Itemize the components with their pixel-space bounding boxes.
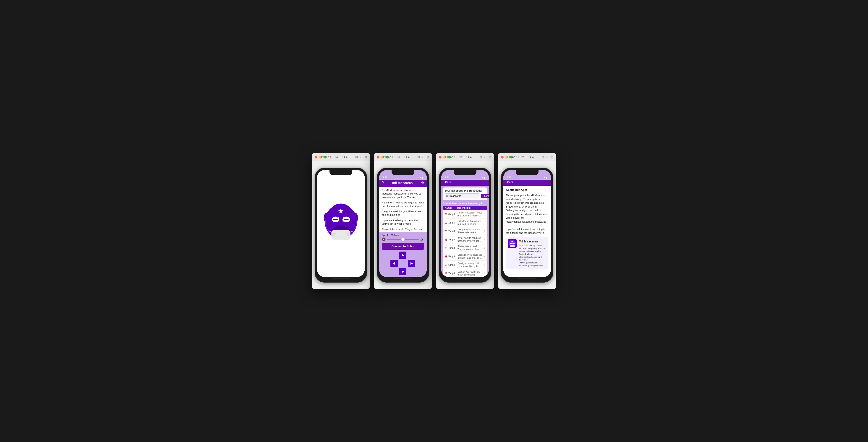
change-button[interactable]: Change	[481, 194, 489, 198]
drag-handle-7[interactable]: ≡	[484, 272, 485, 275]
connect-button[interactable]: Connect to Robot	[382, 243, 424, 250]
titlebar-icons-1: ⊡ ⌂ ⊞	[355, 155, 367, 159]
window-content-3: 4:51 ▾ ▮ ‹ Back Your	[436, 161, 494, 289]
app-header: ? mil-mascaras ⚙	[379, 180, 427, 187]
filedesc-4: Please take a mask. They're free and the…	[458, 245, 484, 251]
camera-icon-1[interactable]: ⊡	[355, 155, 358, 159]
home-icon-2[interactable]: ⌂	[422, 155, 424, 159]
drag-handle-3[interactable]: ≡	[484, 238, 485, 241]
files-header: ‹ Back	[441, 180, 489, 186]
home-bar-1	[332, 279, 350, 279]
settings-icon[interactable]: ⚙	[421, 181, 424, 185]
camera-icon-2[interactable]: ⊡	[417, 155, 420, 159]
drag-handle-4[interactable]: ≡	[484, 246, 485, 250]
back-chevron-3: ‹	[444, 181, 445, 184]
drag-handle-6[interactable]: ≡	[484, 263, 485, 266]
iphone-frame-1	[315, 168, 367, 283]
about-card-social: Twitter: @gallaugher · YouTube: @profgal…	[519, 261, 547, 267]
rotate-icon-2[interactable]: ⊞	[427, 155, 429, 159]
notch-3	[454, 170, 476, 176]
remove-btn-2[interactable]: ⊖	[445, 229, 447, 233]
dpad-left-button[interactable]	[391, 260, 398, 267]
hostname-row: Change	[445, 193, 485, 198]
rotate-icon-4[interactable]: ⊞	[551, 155, 553, 159]
home-icon-1[interactable]: ⌂	[360, 155, 362, 159]
remove-btn-1[interactable]: ⊖	[445, 221, 447, 224]
drag-handle-0[interactable]: ≡	[484, 212, 485, 216]
back-button-4[interactable]: ‹ Back	[506, 181, 514, 184]
filename-1: 1.mp3	[448, 221, 458, 224]
help-icon[interactable]: ?	[382, 181, 384, 185]
dpad-up-button[interactable]	[399, 252, 406, 259]
about-card-guide: Guide & Info at:	[519, 253, 547, 256]
chat-message-3: If you want to hang out here, then you'v…	[382, 219, 424, 226]
time-2: 4:51	[383, 176, 387, 179]
home-icon-3[interactable]: ⌂	[485, 155, 486, 159]
notch-2	[392, 170, 414, 176]
camera-icon-3[interactable]: ⊡	[479, 155, 482, 159]
logo-screen	[317, 170, 365, 277]
dpad-right-button[interactable]	[408, 260, 415, 267]
filedesc-5: Looks like you could use a mask. Take on…	[458, 253, 484, 259]
wifi-icon-4: ▾	[544, 176, 545, 179]
volume-slider[interactable]	[387, 239, 419, 240]
remove-btn-6[interactable]: ⊖	[445, 263, 447, 266]
about-card-author: by Prof. John Gallaugher	[519, 250, 547, 253]
status-icons-4: ▾ ▮	[544, 176, 548, 179]
back-label-3: Back	[445, 181, 451, 184]
about-card-subtitle: An app supporting a build-your-own Raspb…	[519, 244, 547, 250]
remove-btn-5[interactable]: ⊖	[445, 255, 447, 258]
rotate-icon-3[interactable]: ⊞	[489, 155, 491, 159]
titlebar-icons-3: ⊡ ⌂ ⊞	[479, 155, 491, 159]
camera-icon-4[interactable]: ⊡	[541, 155, 544, 159]
file-row-7: ⊖ 7.mp3 Look at you rockin' the mask. Ni…	[443, 269, 487, 277]
back-button-3[interactable]: ‹ Back	[444, 181, 451, 184]
filedesc-2: I've got a mask for you. Please take one…	[458, 228, 484, 234]
filedesc-6: Don't you look great in your mask. Nice …	[458, 262, 484, 268]
about-card-text: Mil Mascaras An app supporting a build-y…	[519, 239, 547, 267]
window-title-1: iPhone 11 Pro — 14.4	[315, 156, 353, 159]
home-bar-2	[394, 279, 412, 279]
svg-marker-10	[393, 262, 395, 265]
battery-icon-3: ▮	[484, 176, 485, 179]
remove-btn-3[interactable]: ⊖	[445, 238, 447, 241]
remove-btn-4[interactable]: ⊖	[445, 246, 447, 250]
drag-handle-2[interactable]: ≡	[484, 229, 485, 233]
about-card: Mil Mascaras An app supporting a build-y…	[506, 237, 548, 269]
iphone-frame-4: 4:52 ▾ ▮ ‹ Back About This App:	[501, 168, 553, 283]
rotate-icon-1[interactable]: ⊞	[364, 155, 367, 159]
remove-btn-7[interactable]: ⊖	[445, 272, 447, 275]
drag-handle-5[interactable]: ≡	[484, 255, 485, 258]
chat-screen: 4:51 ▾ ▮ ? mil-mascaras ⚙ I'm Mil Mascar…	[379, 170, 427, 277]
iphone-screen-3: 4:51 ▾ ▮ ‹ Back Your	[441, 170, 489, 277]
svg-rect-18	[510, 245, 515, 247]
about-card-title: Mil Mascaras	[519, 239, 547, 244]
remove-btn-0[interactable]: ⊖	[445, 212, 447, 216]
iphone-screen-4: 4:52 ▾ ▮ ‹ Back About This App:	[503, 170, 551, 277]
col-desc-header: Description:	[457, 207, 485, 209]
volume-low-icon: 🔇	[382, 238, 385, 241]
files-screen: 4:51 ▾ ▮ ‹ Back Your	[441, 170, 489, 277]
chat-message-4: Please take a mask. They're free and the…	[382, 228, 424, 232]
file-row-4: ⊖ 4.mp3 Please take a mask. They're free…	[443, 244, 487, 252]
titlebar-1: iPhone 11 Pro — 14.4 ⊡ ⌂ ⊞	[312, 153, 370, 161]
home-icon-4[interactable]: ⌂	[547, 155, 548, 159]
drag-handle-1[interactable]: ≡	[484, 221, 485, 224]
bottom-area: Speaker Volume: 🔇 🔊 Connect to Robot	[379, 232, 427, 277]
filename-7: 7.mp3	[448, 272, 458, 275]
back-chevron-4: ‹	[506, 181, 507, 184]
files-section: Name: Description: ⊖ 0.mp3 I'm Mil Masca…	[443, 206, 487, 277]
window-2: iPhone 11 Pro — 14.4 ⊡ ⌂ ⊞ 4:51 ▾ ▮	[374, 153, 432, 289]
wifi-icon-2: ▾	[420, 176, 421, 179]
window-4: iPhone 11 Pro — 14.4 ⊡ ⌂ ⊞ 4:52 ▾ ▮	[498, 153, 556, 289]
dpad-down-button[interactable]	[399, 268, 406, 275]
file-row-6: ⊖ 6.mp3 Don't you look great in your mas…	[443, 261, 487, 269]
filename-2: 2.mp3	[448, 230, 458, 232]
hostname-section: Your Raspberry Pi's Hostname: Change	[443, 187, 487, 200]
status-icons-2: ▾ ▮	[420, 176, 423, 179]
about-card-url: https://gallaugher.com/mil-mascaras	[519, 256, 547, 261]
file-row-3: ⊖ 3.mp3 If you want to hang out here, th…	[443, 235, 487, 244]
hostname-input[interactable]	[445, 193, 479, 198]
chat-message-1: Hello friend. Masks are required. Take o…	[382, 201, 424, 208]
volume-row: 🔇 🔊	[382, 238, 424, 241]
